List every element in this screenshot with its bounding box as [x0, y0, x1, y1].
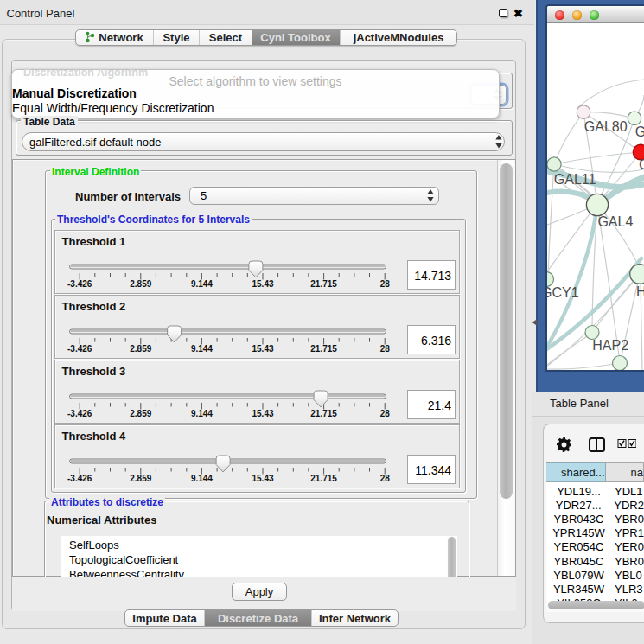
- svg-text:C: C: [639, 157, 644, 172]
- svg-text:GAL4: GAL4: [597, 214, 633, 229]
- svg-text:9.144: 9.144: [190, 344, 212, 354]
- svg-text:15.43: 15.43: [252, 409, 273, 418]
- svg-text:GA: GA: [635, 124, 644, 139]
- svg-text:2.859: 2.859: [130, 344, 151, 354]
- svg-text:21.715: 21.715: [310, 344, 337, 354]
- svg-text:28: 28: [379, 344, 390, 354]
- svg-text:-3.426: -3.426: [67, 344, 92, 354]
- svg-text:2.859: 2.859: [130, 474, 151, 483]
- svg-text:-3.426: -3.426: [67, 279, 92, 289]
- svg-text:21.715: 21.715: [310, 409, 337, 418]
- svg-text:GCY1: GCY1: [547, 285, 579, 300]
- svg-text:28: 28: [379, 474, 390, 483]
- svg-text:28: 28: [379, 409, 390, 418]
- svg-text:9.144: 9.144: [190, 279, 212, 289]
- svg-text:HAP2: HAP2: [592, 338, 628, 353]
- svg-text:GAL11: GAL11: [554, 172, 596, 187]
- svg-text:15.43: 15.43: [252, 344, 273, 354]
- svg-text:15.43: 15.43: [252, 279, 273, 289]
- svg-text:28: 28: [379, 279, 390, 289]
- svg-text:21.715: 21.715: [310, 474, 337, 483]
- svg-text:GAL80: GAL80: [584, 119, 628, 134]
- svg-text:9.144: 9.144: [190, 409, 212, 418]
- svg-text:-3.426: -3.426: [67, 409, 92, 418]
- svg-text:15.43: 15.43: [252, 474, 273, 483]
- svg-text:21.715: 21.715: [310, 279, 337, 289]
- svg-text:H: H: [636, 284, 644, 299]
- svg-text:9.144: 9.144: [190, 474, 212, 483]
- svg-text:2.859: 2.859: [130, 279, 151, 289]
- svg-text:-3.426: -3.426: [67, 474, 92, 483]
- svg-text:2.859: 2.859: [130, 409, 151, 418]
